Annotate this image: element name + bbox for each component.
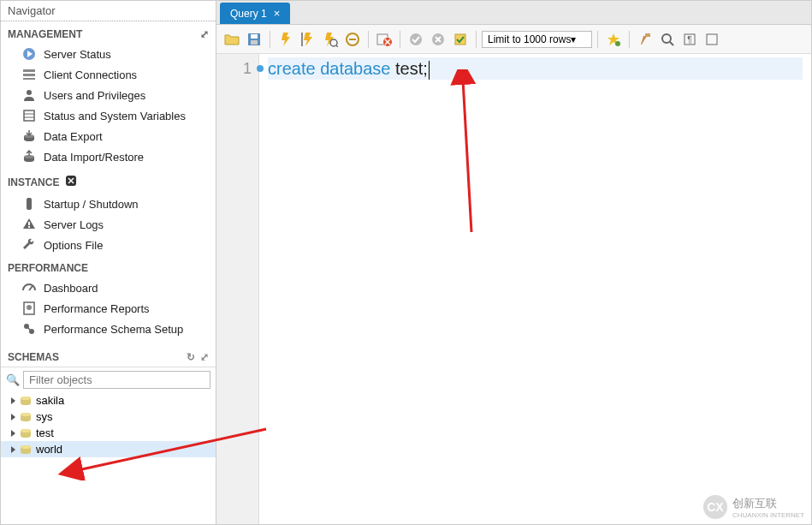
startup-icon [21, 196, 37, 212]
schema-name: world [36, 443, 62, 456]
sql-identifier: test; [395, 59, 428, 78]
watermark-subtext: CHUANXIN INTERNET [732, 511, 804, 519]
svg-rect-34 [251, 34, 258, 39]
tab-close-icon[interactable]: × [274, 7, 281, 20]
svg-rect-40 [349, 39, 356, 40]
performance-section-header: PERFORMANCE [1, 255, 216, 277]
svg-rect-3 [23, 74, 35, 76]
nav-client-connections[interactable]: Client Connections [1, 64, 216, 85]
nav-label: Dashboard [44, 282, 98, 295]
svg-line-53 [670, 42, 673, 45]
nav-label: Options File [44, 239, 103, 252]
main-area: Query 1 × Limit to 1000 rows ▾ [216, 1, 811, 524]
expand-icon[interactable]: ⤢ [200, 351, 209, 363]
nav-label: Server Status [44, 48, 111, 61]
schema-name: sakila [36, 394, 64, 407]
svg-rect-56 [707, 34, 717, 45]
nav-data-export[interactable]: Data Export [1, 126, 216, 146]
nav-label: Status and System Variables [44, 110, 186, 122]
navigator-panel: Navigator MANAGEMENT ⤢ Server Status Cli… [1, 1, 216, 524]
nav-performance-reports[interactable]: Performance Reports [1, 298, 216, 319]
sql-editor[interactable]: 1 create database test; [216, 54, 811, 524]
wrap-button[interactable] [702, 29, 722, 50]
explain-button[interactable] [320, 29, 341, 50]
nav-data-import[interactable]: Data Import/Restore [1, 146, 216, 167]
save-button[interactable] [244, 29, 264, 50]
nav-label: Data Import/Restore [44, 151, 144, 164]
stop-button[interactable] [342, 29, 363, 50]
find-button[interactable] [657, 29, 678, 50]
tab-bar: Query 1 × [216, 1, 811, 25]
editor-toolbar: Limit to 1000 rows ▾ ¶ [216, 25, 811, 54]
database-icon [19, 428, 33, 438]
open-file-button[interactable] [222, 29, 242, 50]
nav-performance-schema-setup[interactable]: Performance Schema Setup [1, 319, 216, 339]
svg-rect-17 [28, 222, 30, 225]
nav-dashboard[interactable]: Dashboard [1, 277, 216, 298]
schema-setup-icon [21, 321, 37, 337]
svg-point-30 [21, 429, 31, 433]
database-icon [19, 412, 33, 422]
expand-icon[interactable]: ⤢ [200, 28, 209, 40]
schema-name: sys [36, 410, 53, 423]
nav-startup-shutdown[interactable]: Startup / Shutdown [1, 194, 216, 214]
schema-item-sys[interactable]: sys [1, 409, 216, 425]
svg-line-24 [27, 326, 32, 331]
schemas-header: SCHEMAS ↻ ⤢ [1, 348, 216, 367]
nav-server-status[interactable]: Server Status [1, 44, 216, 64]
execute-current-button[interactable] [298, 29, 318, 50]
export-icon [21, 128, 37, 144]
query-tab[interactable]: Query 1 × [220, 3, 290, 24]
sql-keyword: create [268, 59, 316, 78]
dashboard-icon [21, 280, 37, 295]
code-content[interactable]: create database test; [259, 54, 811, 524]
svg-point-32 [21, 445, 31, 449]
svg-rect-6 [24, 110, 34, 121]
nav-server-logs[interactable]: Server Logs [1, 214, 216, 235]
schema-item-world[interactable]: world [1, 441, 216, 457]
svg-rect-18 [28, 226, 30, 228]
import-icon [21, 149, 37, 164]
management-label: MANAGEMENT [8, 28, 82, 40]
beautify-button[interactable] [635, 29, 655, 50]
filter-objects-input[interactable] [23, 371, 210, 389]
management-section-header: MANAGEMENT ⤢ [1, 21, 216, 44]
favorite-button[interactable] [603, 29, 624, 50]
wrench-icon [21, 237, 37, 253]
schemas-label: SCHEMAS [8, 351, 59, 363]
sql-keyword: database [320, 59, 390, 78]
svg-point-26 [21, 397, 31, 400]
schema-item-test[interactable]: test [1, 425, 216, 441]
refresh-icon[interactable]: ↻ [187, 351, 195, 363]
expand-tri-icon[interactable] [11, 430, 15, 437]
svg-point-37 [330, 39, 337, 46]
svg-rect-2 [23, 69, 35, 72]
nav-label: Performance Schema Setup [44, 323, 183, 336]
rollback-button[interactable] [428, 29, 448, 50]
execute-button[interactable] [276, 29, 296, 50]
nav-label: Server Logs [44, 218, 104, 231]
line-gutter: 1 [216, 54, 259, 524]
nav-label: Performance Reports [44, 302, 150, 315]
database-icon [19, 444, 33, 455]
svg-rect-35 [251, 40, 258, 45]
nav-users-privileges[interactable]: Users and Privileges [1, 85, 216, 105]
schema-item-sakila[interactable]: sakila [1, 392, 216, 409]
toggle-invisible-button[interactable]: ¶ [679, 29, 700, 50]
users-icon [21, 87, 37, 103]
nav-options-file[interactable]: Options File [1, 235, 216, 255]
expand-tri-icon[interactable] [11, 446, 15, 453]
watermark-badge: CX [703, 495, 727, 519]
toggle-autocommit-button[interactable] [374, 29, 394, 50]
commit-button[interactable] [406, 29, 426, 50]
limit-rows-select[interactable]: Limit to 1000 rows ▾ [482, 31, 592, 48]
instance-icon [64, 174, 78, 190]
toggle-limit-button[interactable] [450, 29, 471, 50]
expand-tri-icon[interactable] [11, 414, 15, 421]
svg-rect-51 [645, 33, 650, 37]
expand-tri-icon[interactable] [11, 397, 15, 404]
nav-status-variables[interactable]: Status and System Variables [1, 105, 216, 126]
variables-icon [21, 108, 37, 123]
statement-marker-icon [257, 65, 264, 72]
performance-label: PERFORMANCE [8, 262, 88, 274]
